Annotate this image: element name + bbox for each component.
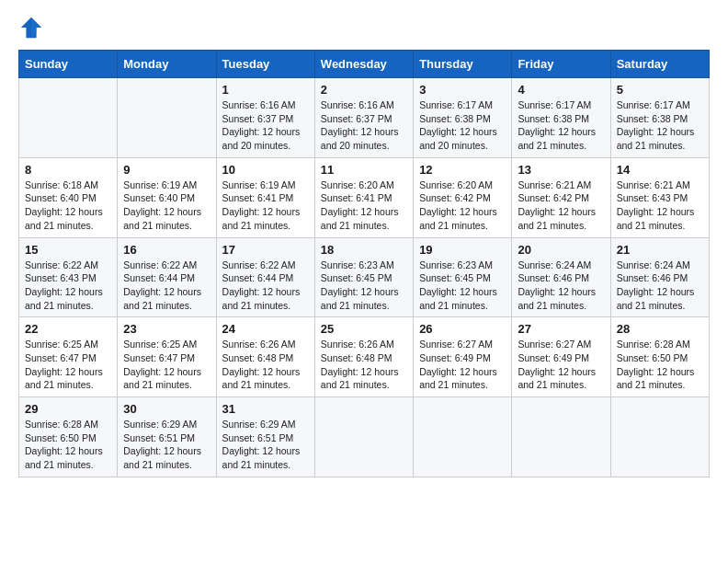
calendar-cell: 27Sunrise: 6:27 AMSunset: 6:49 PMDayligh… <box>512 317 610 397</box>
day-number: 4 <box>518 83 604 97</box>
day-info: Sunrise: 6:29 AMSunset: 6:51 PMDaylight:… <box>123 418 210 472</box>
day-info: Sunrise: 6:20 AMSunset: 6:42 PMDaylight:… <box>419 178 506 233</box>
calendar-cell: 30Sunrise: 6:29 AMSunset: 6:51 PMDayligh… <box>118 397 216 477</box>
calendar-cell: 29Sunrise: 6:28 AMSunset: 6:50 PMDayligh… <box>19 397 118 477</box>
day-number: 19 <box>419 243 506 257</box>
day-info: Sunrise: 6:21 AMSunset: 6:42 PMDaylight:… <box>518 178 604 233</box>
week-row-3: 15Sunrise: 6:22 AMSunset: 6:43 PMDayligh… <box>19 237 710 317</box>
day-number: 20 <box>518 243 604 257</box>
day-info: Sunrise: 6:23 AMSunset: 6:45 PMDaylight:… <box>419 259 506 313</box>
day-number: 13 <box>518 163 604 177</box>
calendar-cell <box>414 397 512 477</box>
day-number: 26 <box>419 322 506 336</box>
day-info: Sunrise: 6:18 AMSunset: 6:40 PMDaylight:… <box>25 178 111 233</box>
header-tuesday: Tuesday <box>216 51 314 78</box>
day-info: Sunrise: 6:21 AMSunset: 6:43 PMDaylight:… <box>617 178 703 233</box>
calendar-cell: 25Sunrise: 6:26 AMSunset: 6:48 PMDayligh… <box>314 317 413 397</box>
day-number: 12 <box>419 163 506 177</box>
calendar-cell: 9Sunrise: 6:19 AMSunset: 6:40 PMDaylight… <box>118 157 216 237</box>
day-number: 25 <box>321 322 407 336</box>
day-number: 15 <box>25 243 111 257</box>
calendar-cell: 2Sunrise: 6:16 AMSunset: 6:37 PMDaylight… <box>314 78 413 158</box>
page: SundayMondayTuesdayWednesdayThursdayFrid… <box>0 0 728 563</box>
calendar-cell: 10Sunrise: 6:19 AMSunset: 6:41 PMDayligh… <box>216 157 314 237</box>
logo <box>18 15 48 40</box>
day-number: 30 <box>123 402 210 416</box>
day-info: Sunrise: 6:19 AMSunset: 6:41 PMDaylight:… <box>222 178 309 233</box>
day-info: Sunrise: 6:20 AMSunset: 6:41 PMDaylight:… <box>321 178 407 233</box>
calendar-cell <box>512 397 610 477</box>
day-info: Sunrise: 6:22 AMSunset: 6:44 PMDaylight:… <box>123 259 210 313</box>
day-number: 3 <box>419 83 506 97</box>
calendar-cell: 3Sunrise: 6:17 AMSunset: 6:38 PMDaylight… <box>414 78 512 158</box>
week-row-4: 22Sunrise: 6:25 AMSunset: 6:47 PMDayligh… <box>19 317 710 397</box>
calendar-cell: 12Sunrise: 6:20 AMSunset: 6:42 PMDayligh… <box>414 157 512 237</box>
day-info: Sunrise: 6:27 AMSunset: 6:49 PMDaylight:… <box>518 338 604 392</box>
calendar-cell: 13Sunrise: 6:21 AMSunset: 6:42 PMDayligh… <box>512 157 610 237</box>
calendar-table: SundayMondayTuesdayWednesdayThursdayFrid… <box>18 50 710 477</box>
header-sunday: Sunday <box>19 51 118 78</box>
day-info: Sunrise: 6:25 AMSunset: 6:47 PMDaylight:… <box>25 338 111 392</box>
day-number: 23 <box>123 322 210 336</box>
calendar-cell: 16Sunrise: 6:22 AMSunset: 6:44 PMDayligh… <box>118 237 216 317</box>
calendar-cell: 19Sunrise: 6:23 AMSunset: 6:45 PMDayligh… <box>414 237 512 317</box>
calendar-cell: 28Sunrise: 6:28 AMSunset: 6:50 PMDayligh… <box>610 317 709 397</box>
day-info: Sunrise: 6:26 AMSunset: 6:48 PMDaylight:… <box>222 338 309 392</box>
day-number: 10 <box>222 163 309 177</box>
day-info: Sunrise: 6:28 AMSunset: 6:50 PMDaylight:… <box>25 418 111 472</box>
week-row-1: 1Sunrise: 6:16 AMSunset: 6:37 PMDaylight… <box>19 78 710 158</box>
calendar-cell: 23Sunrise: 6:25 AMSunset: 6:47 PMDayligh… <box>118 317 216 397</box>
day-info: Sunrise: 6:22 AMSunset: 6:44 PMDaylight:… <box>222 259 309 313</box>
day-number: 8 <box>25 163 111 177</box>
week-row-5: 29Sunrise: 6:28 AMSunset: 6:50 PMDayligh… <box>19 397 710 477</box>
day-info: Sunrise: 6:22 AMSunset: 6:43 PMDaylight:… <box>25 259 111 313</box>
day-info: Sunrise: 6:28 AMSunset: 6:50 PMDaylight:… <box>617 338 703 392</box>
day-number: 27 <box>518 322 604 336</box>
calendar-cell: 15Sunrise: 6:22 AMSunset: 6:43 PMDayligh… <box>19 237 118 317</box>
day-info: Sunrise: 6:26 AMSunset: 6:48 PMDaylight:… <box>321 338 407 392</box>
calendar-cell: 4Sunrise: 6:17 AMSunset: 6:38 PMDaylight… <box>512 78 610 158</box>
calendar-cell: 21Sunrise: 6:24 AMSunset: 6:46 PMDayligh… <box>610 237 709 317</box>
day-number: 28 <box>617 322 703 336</box>
header-thursday: Thursday <box>414 51 512 78</box>
day-info: Sunrise: 6:24 AMSunset: 6:46 PMDaylight:… <box>617 259 703 313</box>
day-number: 2 <box>321 83 407 97</box>
calendar-cell: 26Sunrise: 6:27 AMSunset: 6:49 PMDayligh… <box>414 317 512 397</box>
header-friday: Friday <box>512 51 610 78</box>
day-info: Sunrise: 6:16 AMSunset: 6:37 PMDaylight:… <box>222 98 309 153</box>
day-number: 1 <box>222 83 309 97</box>
calendar-cell: 5Sunrise: 6:17 AMSunset: 6:38 PMDaylight… <box>610 78 709 158</box>
calendar-cell: 11Sunrise: 6:20 AMSunset: 6:41 PMDayligh… <box>314 157 413 237</box>
day-number: 22 <box>25 322 111 336</box>
calendar-cell: 31Sunrise: 6:29 AMSunset: 6:51 PMDayligh… <box>216 397 314 477</box>
day-number: 9 <box>123 163 210 177</box>
day-info: Sunrise: 6:17 AMSunset: 6:38 PMDaylight:… <box>617 98 703 153</box>
calendar-cell: 20Sunrise: 6:24 AMSunset: 6:46 PMDayligh… <box>512 237 610 317</box>
calendar-cell: 1Sunrise: 6:16 AMSunset: 6:37 PMDaylight… <box>216 78 314 158</box>
logo-icon <box>18 15 44 40</box>
day-info: Sunrise: 6:17 AMSunset: 6:38 PMDaylight:… <box>518 98 604 153</box>
day-number: 14 <box>617 163 703 177</box>
day-number: 17 <box>222 243 309 257</box>
calendar-cell: 18Sunrise: 6:23 AMSunset: 6:45 PMDayligh… <box>314 237 413 317</box>
calendar-cell: 14Sunrise: 6:21 AMSunset: 6:43 PMDayligh… <box>610 157 709 237</box>
calendar-cell <box>118 78 216 158</box>
week-row-2: 8Sunrise: 6:18 AMSunset: 6:40 PMDaylight… <box>19 157 710 237</box>
header-wednesday: Wednesday <box>314 51 413 78</box>
calendar-cell <box>314 397 413 477</box>
day-info: Sunrise: 6:24 AMSunset: 6:46 PMDaylight:… <box>518 259 604 313</box>
day-info: Sunrise: 6:19 AMSunset: 6:40 PMDaylight:… <box>123 178 210 233</box>
day-info: Sunrise: 6:23 AMSunset: 6:45 PMDaylight:… <box>321 259 407 313</box>
calendar-cell: 17Sunrise: 6:22 AMSunset: 6:44 PMDayligh… <box>216 237 314 317</box>
header-saturday: Saturday <box>610 51 709 78</box>
header <box>18 15 710 40</box>
header-monday: Monday <box>118 51 216 78</box>
day-info: Sunrise: 6:27 AMSunset: 6:49 PMDaylight:… <box>419 338 506 392</box>
calendar-cell <box>19 78 118 158</box>
day-number: 21 <box>617 243 703 257</box>
day-number: 5 <box>617 83 703 97</box>
day-info: Sunrise: 6:29 AMSunset: 6:51 PMDaylight:… <box>222 418 309 472</box>
calendar-cell: 22Sunrise: 6:25 AMSunset: 6:47 PMDayligh… <box>19 317 118 397</box>
day-number: 11 <box>321 163 407 177</box>
calendar-cell: 8Sunrise: 6:18 AMSunset: 6:40 PMDaylight… <box>19 157 118 237</box>
